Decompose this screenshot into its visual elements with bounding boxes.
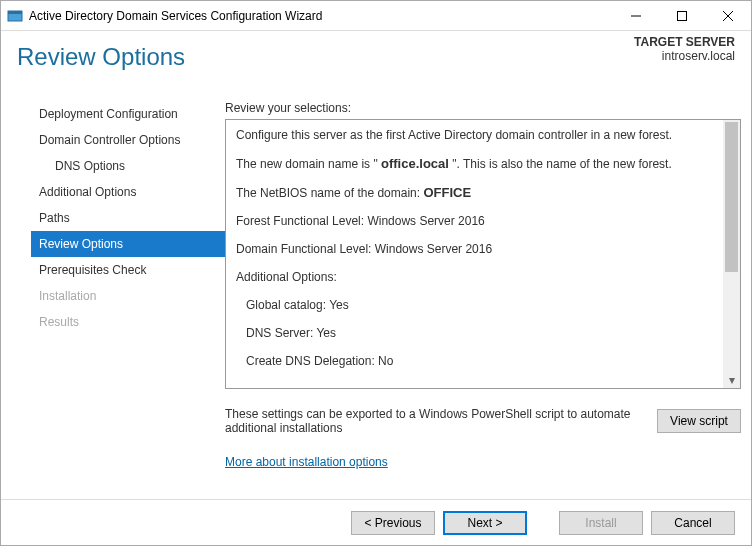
titlebar: Active Directory Domain Services Configu… [1, 1, 751, 31]
close-button[interactable] [705, 1, 751, 31]
sidebar-item-dns-options[interactable]: DNS Options [31, 153, 225, 179]
maximize-button[interactable] [659, 1, 705, 31]
review-content: Configure this server as the first Activ… [226, 120, 723, 388]
review-line-dfl: Domain Functional Level: Windows Server … [236, 242, 713, 256]
scroll-down-icon[interactable]: ▾ [723, 371, 740, 388]
minimize-button[interactable] [613, 1, 659, 31]
svg-rect-1 [8, 11, 22, 14]
sidebar-item-domain-controller-options[interactable]: Domain Controller Options [31, 127, 225, 153]
review-line-ffl: Forest Functional Level: Windows Server … [236, 214, 713, 228]
wizard-window: Active Directory Domain Services Configu… [0, 0, 752, 546]
sidebar-item-review-options[interactable]: Review Options [31, 231, 225, 257]
sidebar-item-results: Results [31, 309, 225, 335]
install-button: Install [559, 511, 643, 535]
target-server-name: introserv.local [634, 49, 735, 63]
cancel-button[interactable]: Cancel [651, 511, 735, 535]
sidebar-item-prerequisites-check[interactable]: Prerequisites Check [31, 257, 225, 283]
target-server-label: TARGET SERVER [634, 35, 735, 49]
body: Deployment Configuration Domain Controll… [1, 91, 751, 499]
sidebar-item-deployment-configuration[interactable]: Deployment Configuration [31, 101, 225, 127]
review-box: Configure this server as the first Activ… [225, 119, 741, 389]
app-icon [7, 8, 23, 24]
target-server-block: TARGET SERVER introserv.local [634, 35, 735, 63]
page-title: Review Options [17, 43, 735, 71]
review-line-deleg: Create DNS Delegation: No [236, 354, 713, 368]
review-line-configure: Configure this server as the first Activ… [236, 128, 713, 142]
review-scrollbar[interactable]: ▴ ▾ [723, 120, 740, 388]
header: Review Options TARGET SERVER introserv.l… [1, 31, 751, 91]
sidebar-item-paths[interactable]: Paths [31, 205, 225, 231]
sidebar-item-additional-options[interactable]: Additional Options [31, 179, 225, 205]
review-line-dns: DNS Server: Yes [236, 326, 713, 340]
footer: < Previous Next > Install Cancel [1, 499, 751, 545]
main-pane: Review your selections: Configure this s… [225, 91, 741, 499]
sidebar: Deployment Configuration Domain Controll… [1, 91, 225, 499]
more-about-link[interactable]: More about installation options [225, 455, 741, 469]
previous-button[interactable]: < Previous [351, 511, 435, 535]
review-line-netbios: The NetBIOS name of the domain: OFFICE [236, 185, 713, 200]
svg-rect-3 [678, 11, 687, 20]
review-line-addopts: Additional Options: [236, 270, 713, 284]
view-script-button[interactable]: View script [657, 409, 741, 433]
netbios-name-value: OFFICE [423, 185, 471, 200]
sidebar-item-installation: Installation [31, 283, 225, 309]
review-line-gc: Global catalog: Yes [236, 298, 713, 312]
window-title: Active Directory Domain Services Configu… [29, 9, 613, 23]
review-caption: Review your selections: [225, 101, 741, 115]
domain-name-value: office.local [381, 156, 449, 171]
review-line-domain: The new domain name is " office.local ".… [236, 156, 713, 171]
export-row: These settings can be exported to a Wind… [225, 407, 741, 435]
export-description: These settings can be exported to a Wind… [225, 407, 645, 435]
next-button[interactable]: Next > [443, 511, 527, 535]
scroll-thumb[interactable] [725, 122, 738, 272]
